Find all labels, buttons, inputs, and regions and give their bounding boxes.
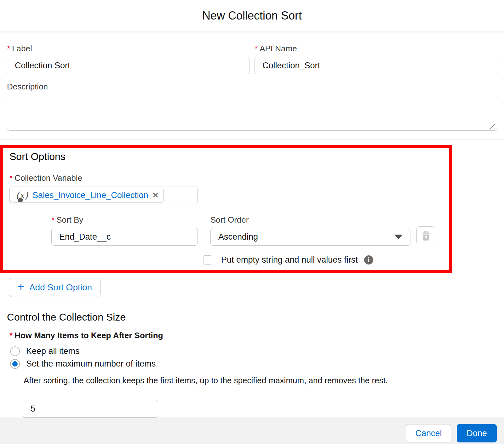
description-field-group: Description xyxy=(7,82,497,132)
sort-by-input[interactable] xyxy=(51,228,198,246)
name-fields-row: *Label *API Name xyxy=(7,44,497,74)
description-textarea-wrap xyxy=(7,95,497,132)
page-title: New Collection Sort xyxy=(202,9,302,22)
empty-first-checkbox[interactable] xyxy=(203,255,212,265)
modal-header: New Collection Sort xyxy=(0,0,504,32)
radio-set-maximum[interactable]: Set the maximum number of items xyxy=(10,357,497,370)
trash-icon xyxy=(421,231,431,241)
delete-sort-option-button[interactable] xyxy=(416,226,435,245)
empty-first-row: Put empty string and null values first i xyxy=(203,255,443,265)
sort-row: *Sort By Sort Order Ascending xyxy=(51,215,443,246)
sort-options-heading: Sort Options xyxy=(9,151,443,162)
info-icon[interactable]: i xyxy=(364,255,373,265)
api-name-input[interactable] xyxy=(255,57,497,74)
max-items-helper-text: After sorting, the collection keeps the … xyxy=(24,376,497,385)
sort-order-field-group: Sort Order Ascending xyxy=(210,215,410,246)
collection-variable-label: *Collection Variable xyxy=(9,173,443,183)
collection-variable-pill-label[interactable]: Sales_Invoice_Line_Collection xyxy=(32,191,148,200)
required-asterisk: * xyxy=(51,215,54,225)
add-sort-option-button[interactable]: + Add Sort Option xyxy=(9,278,101,297)
label-field-group: *Label xyxy=(7,44,249,74)
label-input[interactable] xyxy=(7,57,249,74)
sort-order-value: Ascending xyxy=(218,232,258,242)
done-button[interactable]: Done xyxy=(457,424,497,442)
collection-variable-combobox[interactable]: (x) Sales_Invoice_Line_Collection ✕ xyxy=(9,186,198,204)
max-items-input[interactable] xyxy=(23,400,158,418)
chevron-down-icon xyxy=(394,235,403,239)
plus-icon: + xyxy=(18,281,24,293)
sort-options-highlight-box: Sort Options *Collection Variable (x) Sa… xyxy=(0,145,452,273)
cancel-button[interactable]: Cancel xyxy=(406,424,451,442)
keep-items-radio-group: Keep all items Set the maximum number of… xyxy=(7,345,497,370)
sort-order-dropdown[interactable]: Ascending xyxy=(210,228,410,246)
modal-body: *Label *API Name Description Sort Option… xyxy=(0,32,504,418)
collection-size-heading: Control the Collection Size xyxy=(7,311,497,323)
required-asterisk: * xyxy=(255,44,258,53)
radio-button-selected[interactable] xyxy=(10,359,20,369)
add-sort-option-label: Add Sort Option xyxy=(29,282,92,293)
collection-variable-pill[interactable]: (x) Sales_Invoice_Line_Collection ✕ xyxy=(11,188,164,203)
how-many-items-label: *How Many Items to Keep After Sorting xyxy=(9,331,497,340)
radio-keep-all-items-label: Keep all items xyxy=(26,346,80,356)
variable-icon: (x) xyxy=(16,191,29,200)
required-asterisk: * xyxy=(7,44,10,53)
description-field-label: Description xyxy=(7,82,497,92)
sort-order-label: Sort Order xyxy=(210,215,410,225)
radio-set-maximum-label: Set the maximum number of items xyxy=(26,359,156,369)
required-asterisk: * xyxy=(9,173,13,183)
description-textarea[interactable] xyxy=(7,95,497,131)
api-name-field-label: *API Name xyxy=(255,44,497,54)
required-asterisk: * xyxy=(9,331,13,340)
label-field-label: *Label xyxy=(7,44,249,54)
radio-button-unselected[interactable] xyxy=(10,346,20,356)
close-icon[interactable]: ✕ xyxy=(152,191,159,199)
api-name-field-group: *API Name xyxy=(255,44,497,74)
empty-first-label: Put empty string and null values first xyxy=(221,255,358,265)
sort-by-field-group: *Sort By xyxy=(51,215,198,246)
radio-keep-all-items[interactable]: Keep all items xyxy=(10,345,497,357)
variable-icon-blob xyxy=(18,198,23,202)
modal-footer: Cancel Done xyxy=(0,418,504,444)
sort-by-label: *Sort By xyxy=(51,215,198,225)
section-divider xyxy=(0,139,504,139)
